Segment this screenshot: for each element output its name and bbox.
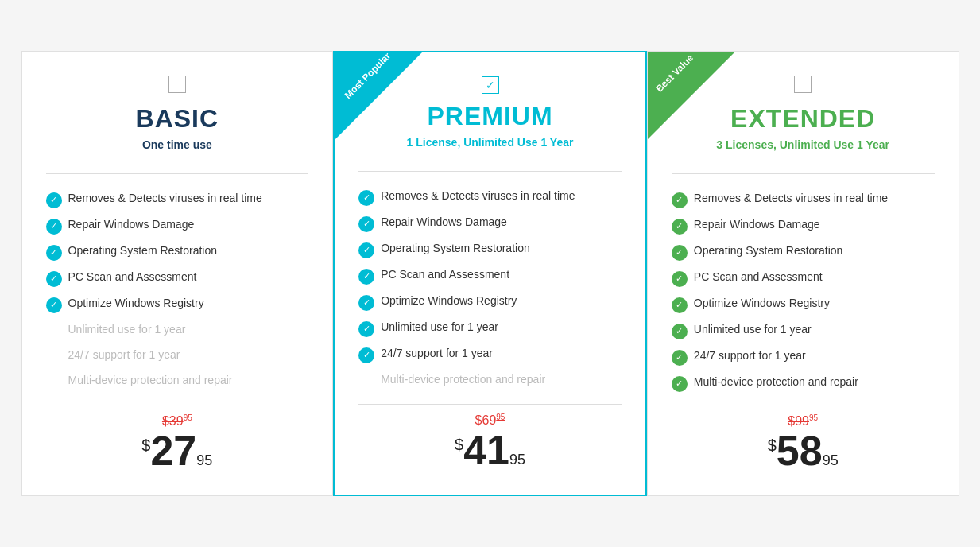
check-icon: ✓ (672, 297, 688, 313)
check-placeholder (46, 374, 62, 390)
pricing-section-premium: $6995 $4195 (358, 404, 622, 471)
check-icon: ✓ (46, 271, 62, 287)
feature-item: ✓ Repair Windows Damage (672, 213, 935, 239)
pricing-section-basic: $3995 $2795 (46, 405, 309, 471)
feature-text: Removes & Detects viruses in real time (694, 192, 888, 204)
plan-subtitle-basic: One time use (46, 138, 309, 151)
plan-header-extended: EXTENDED 3 Licenses, Unlimited Use 1 Yea… (672, 76, 935, 151)
check-icon: ✓ (46, 297, 62, 313)
plan-title-basic: BASIC (46, 104, 309, 134)
feature-text: Optimize Windows Registry (694, 297, 830, 309)
feature-text-inactive: Multi-device protection and repair (381, 373, 545, 386)
feature-item: ✓ Repair Windows Damage (358, 211, 622, 237)
feature-text: Operating System Restoration (694, 244, 843, 257)
feature-item: ✓ Operating System Restoration (46, 239, 309, 266)
new-price-extended: $5895 (672, 430, 935, 471)
feature-item-inactive: Unlimited use for 1 year (46, 318, 309, 343)
feature-text-inactive: Multi-device protection and repair (68, 374, 233, 386)
plan-card-premium[interactable]: Most Popular ✓ PREMIUM 1 License, Unlimi… (333, 51, 647, 496)
feature-item: ✓ Optimize Windows Registry (358, 289, 622, 316)
check-icon: ✓ (672, 350, 688, 366)
feature-item: ✓ PC Scan and Assessment (46, 266, 309, 292)
check-icon: ✓ (358, 242, 374, 258)
feature-item: ✓ Unlimited use for 1 year (672, 318, 935, 344)
check-icon: ✓ (672, 192, 688, 208)
plan-title-extended: EXTENDED (672, 104, 935, 134)
plan-card-basic[interactable]: BASIC One time use ✓ Removes & Detects v… (21, 51, 334, 496)
check-icon: ✓ (672, 219, 688, 235)
plan-card-extended[interactable]: Best Value EXTENDED 3 Licenses, Unlimite… (647, 51, 959, 496)
check-icon: ✓ (358, 347, 374, 363)
feature-item: ✓ Optimize Windows Registry (672, 292, 935, 318)
feature-text-inactive: Unlimited use for 1 year (68, 323, 186, 336)
feature-item: ✓ Repair Windows Damage (46, 213, 309, 239)
plan-header-premium: ✓ PREMIUM 1 License, Unlimited Use 1 Yea… (358, 76, 622, 149)
pricing-section-extended: $9995 $5895 (672, 405, 935, 471)
feature-text: Operating System Restoration (381, 242, 530, 254)
divider-top-premium (358, 171, 622, 172)
feature-text: Removes & Detects viruses in real time (68, 192, 262, 204)
feature-text: Removes & Detects viruses in real time (381, 189, 575, 202)
feature-text: PC Scan and Assessment (68, 270, 197, 283)
check-icon: ✓ (46, 245, 62, 261)
feature-text: Unlimited use for 1 year (381, 320, 498, 333)
feature-text: Optimize Windows Registry (381, 294, 517, 307)
new-price-premium: $4195 (358, 429, 622, 471)
check-icon: ✓ (672, 271, 688, 287)
feature-text: Optimize Windows Registry (68, 297, 204, 309)
feature-text: Repair Windows Damage (381, 215, 507, 228)
feature-item: ✓ Multi-device protection and repair (672, 370, 935, 397)
check-icon: ✓ (358, 269, 374, 285)
feature-item: ✓ Unlimited use for 1 year (358, 316, 622, 342)
plan-checkbox-basic[interactable] (168, 76, 186, 93)
plan-subtitle-premium: 1 License, Unlimited Use 1 Year (358, 136, 622, 149)
divider-top-extended (672, 173, 935, 174)
old-price-basic: $3995 (46, 413, 309, 429)
pricing-container: BASIC One time use ✓ Removes & Detects v… (21, 51, 959, 496)
feature-text: Repair Windows Damage (694, 218, 820, 231)
check-icon: ✓ (672, 324, 688, 339)
plan-title-premium: PREMIUM (358, 102, 622, 131)
feature-item: ✓ Operating System Restoration (672, 239, 935, 266)
feature-item-inactive: Multi-device protection and repair (358, 368, 622, 394)
feature-item: ✓ Operating System Restoration (358, 237, 622, 263)
feature-text: PC Scan and Assessment (694, 270, 823, 283)
feature-item: ✓ 24/7 support for 1 year (358, 342, 622, 368)
check-placeholder (46, 323, 62, 339)
check-icon: ✓ (46, 219, 62, 235)
plan-checkbox-extended[interactable] (794, 76, 812, 93)
feature-text: Multi-device protection and repair (694, 375, 858, 388)
feature-text: 24/7 support for 1 year (381, 347, 493, 359)
check-icon: ✓ (358, 190, 374, 206)
feature-item: ✓ 24/7 support for 1 year (672, 344, 935, 370)
feature-item: ✓ Removes & Detects viruses in real time (672, 187, 935, 213)
features-list-extended: ✓ Removes & Detects viruses in real time… (672, 187, 935, 397)
plan-header-basic: BASIC One time use (46, 76, 309, 151)
feature-item: ✓ PC Scan and Assessment (358, 263, 622, 289)
old-price-premium: $6995 (358, 413, 622, 428)
check-icon: ✓ (46, 192, 62, 208)
check-placeholder (46, 348, 62, 364)
check-placeholder (358, 373, 374, 389)
feature-text: Repair Windows Damage (68, 218, 195, 231)
check-icon: ✓ (672, 376, 688, 392)
plan-checkbox-premium[interactable]: ✓ (482, 76, 499, 94)
old-price-extended: $9995 (672, 413, 935, 429)
check-icon: ✓ (358, 216, 374, 232)
feature-text: PC Scan and Assessment (381, 268, 509, 281)
new-price-basic: $2795 (46, 430, 309, 471)
feature-text: Unlimited use for 1 year (694, 323, 812, 336)
features-list-premium: ✓ Removes & Detects viruses in real time… (358, 184, 622, 396)
check-icon: ✓ (358, 321, 374, 337)
feature-item: ✓ Removes & Detects viruses in real time (358, 184, 622, 211)
feature-item: ✓ Optimize Windows Registry (46, 292, 309, 318)
check-icon: ✓ (358, 295, 374, 311)
divider-top-basic (46, 173, 309, 174)
feature-text-inactive: 24/7 support for 1 year (68, 348, 180, 361)
feature-item: ✓ Removes & Detects viruses in real time (46, 187, 309, 213)
feature-text: Operating System Restoration (68, 244, 218, 257)
feature-item: ✓ PC Scan and Assessment (672, 266, 935, 292)
check-icon: ✓ (672, 245, 688, 261)
feature-item-inactive: 24/7 support for 1 year (46, 343, 309, 369)
feature-text: 24/7 support for 1 year (694, 349, 806, 362)
